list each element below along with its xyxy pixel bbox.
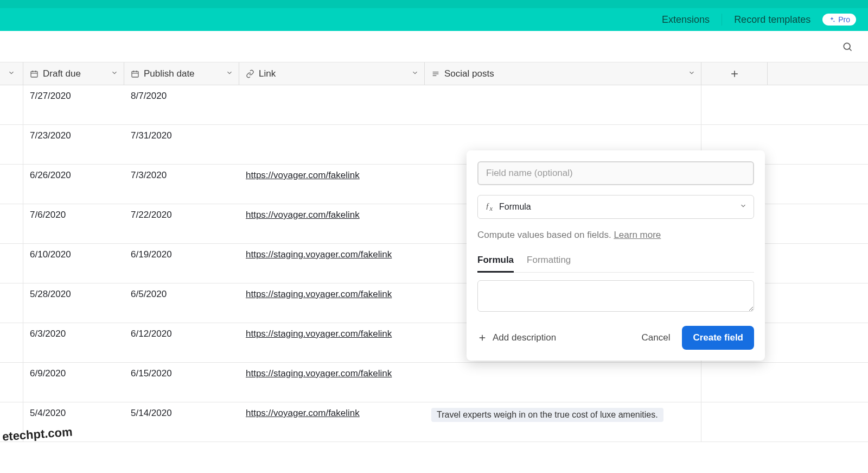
column-label: Draft due bbox=[43, 68, 81, 79]
column-draft-due[interactable]: Draft due bbox=[23, 62, 124, 85]
cell-draft-due[interactable]: 6/10/2020 bbox=[23, 244, 124, 283]
cell-link[interactable]: https://voyager.com/fakelink bbox=[239, 165, 425, 204]
extensions-link[interactable]: Extensions bbox=[662, 14, 710, 26]
cancel-button[interactable]: Cancel bbox=[641, 332, 670, 343]
column-publish-date[interactable]: Publish date bbox=[124, 62, 239, 85]
window-top-band bbox=[0, 0, 868, 8]
row-handle[interactable] bbox=[0, 165, 23, 204]
column-label: Link bbox=[259, 68, 276, 79]
cell-link[interactable]: https://staging.voyager.com/fakelink bbox=[239, 244, 425, 283]
learn-more-link[interactable]: Learn more bbox=[614, 230, 661, 240]
cell-publish-date[interactable]: 8/7/2020 bbox=[124, 85, 239, 124]
svg-rect-6 bbox=[132, 71, 138, 77]
tab-formula[interactable]: Formula bbox=[477, 255, 514, 273]
cell-publish-date[interactable]: 6/19/2020 bbox=[124, 244, 239, 283]
cell-link[interactable]: https://voyager.com/fakelink bbox=[239, 402, 425, 442]
create-field-popover: ƒx Formula Compute values based on field… bbox=[467, 150, 765, 361]
link-value[interactable]: https://staging.voyager.com/fakelink bbox=[246, 289, 392, 299]
chevron-down-icon bbox=[226, 69, 233, 77]
table-row[interactable]: 7/27/20208/7/2020 bbox=[0, 85, 868, 125]
data-grid: Draft due Publish date Link Social posts… bbox=[0, 62, 868, 442]
pro-badge[interactable]: Pro bbox=[822, 14, 856, 26]
cell-social-posts[interactable] bbox=[425, 85, 701, 124]
list-icon bbox=[431, 70, 440, 78]
cell-publish-date[interactable]: 6/5/2020 bbox=[124, 283, 239, 323]
table-row[interactable]: 5/4/20205/14/2020https://voyager.com/fak… bbox=[0, 402, 868, 442]
cell-link[interactable] bbox=[239, 85, 425, 124]
pro-badge-label: Pro bbox=[838, 15, 850, 24]
formula-editor[interactable] bbox=[477, 280, 754, 312]
column-link[interactable]: Link bbox=[239, 62, 425, 85]
calendar-icon bbox=[131, 70, 139, 78]
cell-draft-due[interactable]: 6/3/2020 bbox=[23, 323, 124, 362]
row-handle[interactable] bbox=[0, 283, 23, 323]
social-post-chip[interactable]: Travel experts weigh in on the true cost… bbox=[431, 408, 663, 422]
cell-publish-date[interactable]: 7/31/2020 bbox=[124, 125, 239, 164]
cell-social-posts[interactable] bbox=[425, 363, 701, 402]
plus-icon bbox=[729, 68, 740, 79]
toolbar-separator bbox=[722, 14, 722, 26]
popover-tabs: Formula Formatting bbox=[477, 255, 754, 273]
chevron-down-icon bbox=[688, 69, 695, 77]
utility-bar bbox=[0, 31, 868, 62]
chevron-down-icon bbox=[739, 202, 747, 210]
record-templates-link[interactable]: Record templates bbox=[734, 14, 810, 26]
cell-publish-date[interactable]: 6/12/2020 bbox=[124, 323, 239, 362]
field-type-label: Formula bbox=[499, 202, 531, 212]
field-name-input[interactable] bbox=[477, 161, 754, 185]
row-handle[interactable] bbox=[0, 323, 23, 362]
field-type-select[interactable]: ƒx Formula bbox=[477, 195, 754, 219]
chevron-down-icon bbox=[8, 69, 15, 77]
cell-link[interactable]: https://voyager.com/fakelink bbox=[239, 204, 425, 243]
search-icon[interactable] bbox=[842, 41, 853, 52]
chevron-down-icon bbox=[111, 69, 118, 77]
app-toolbar: Extensions Record templates Pro bbox=[0, 8, 868, 31]
row-handle[interactable] bbox=[0, 85, 23, 124]
row-handle[interactable] bbox=[0, 125, 23, 164]
cell-draft-due[interactable]: 6/26/2020 bbox=[23, 165, 124, 204]
link-icon bbox=[246, 70, 254, 78]
cell-link[interactable]: https://staging.voyager.com/fakelink bbox=[239, 283, 425, 323]
sparkle-icon bbox=[828, 16, 835, 23]
column-label: Social posts bbox=[444, 68, 494, 79]
chevron-down-icon bbox=[411, 69, 419, 77]
link-value[interactable]: https://staging.voyager.com/fakelink bbox=[246, 368, 392, 379]
add-column-button[interactable] bbox=[701, 62, 768, 85]
cell-draft-due[interactable]: 6/9/2020 bbox=[23, 363, 124, 402]
svg-line-1 bbox=[850, 48, 852, 51]
svg-point-0 bbox=[844, 43, 850, 49]
popover-footer: Add description Cancel Create field bbox=[477, 326, 754, 350]
cell-draft-due[interactable]: 5/28/2020 bbox=[23, 283, 124, 323]
cell-link[interactable]: https://staging.voyager.com/fakelink bbox=[239, 363, 425, 402]
cell-link[interactable] bbox=[239, 125, 425, 164]
link-value[interactable]: https://staging.voyager.com/fakelink bbox=[246, 329, 392, 339]
row-handle[interactable] bbox=[0, 244, 23, 283]
column-social-posts[interactable]: Social posts bbox=[425, 62, 701, 85]
cell-publish-date[interactable]: 6/15/2020 bbox=[124, 363, 239, 402]
add-description-button[interactable]: Add description bbox=[477, 332, 556, 343]
cell-publish-date[interactable]: 7/22/2020 bbox=[124, 204, 239, 243]
calendar-icon bbox=[30, 70, 39, 78]
link-value[interactable]: https://voyager.com/fakelink bbox=[246, 170, 360, 180]
create-field-button[interactable]: Create field bbox=[682, 326, 754, 350]
link-value[interactable]: https://voyager.com/fakelink bbox=[246, 408, 360, 418]
helper-text: Compute values based on fields. Learn mo… bbox=[477, 230, 754, 241]
row-handle[interactable] bbox=[0, 363, 23, 402]
cell-draft-due[interactable]: 7/27/2020 bbox=[23, 85, 124, 124]
row-header-menu[interactable] bbox=[0, 62, 23, 85]
tab-formatting[interactable]: Formatting bbox=[527, 255, 571, 272]
column-headers: Draft due Publish date Link Social posts bbox=[0, 62, 868, 85]
link-value[interactable]: https://voyager.com/fakelink bbox=[246, 210, 360, 220]
row-handle[interactable] bbox=[0, 204, 23, 243]
cell-draft-due[interactable]: 7/6/2020 bbox=[23, 204, 124, 243]
cell-link[interactable]: https://staging.voyager.com/fakelink bbox=[239, 323, 425, 362]
formula-icon: ƒx bbox=[486, 201, 493, 213]
cell-social-posts[interactable]: Travel experts weigh in on the true cost… bbox=[425, 402, 701, 442]
svg-rect-2 bbox=[31, 71, 37, 77]
plus-icon bbox=[477, 333, 487, 343]
cell-publish-date[interactable]: 7/3/2020 bbox=[124, 165, 239, 204]
link-value[interactable]: https://staging.voyager.com/fakelink bbox=[246, 249, 392, 260]
cell-publish-date[interactable]: 5/14/2020 bbox=[124, 402, 239, 442]
cell-draft-due[interactable]: 7/23/2020 bbox=[23, 125, 124, 164]
table-row[interactable]: 6/9/20206/15/2020https://staging.voyager… bbox=[0, 363, 868, 402]
